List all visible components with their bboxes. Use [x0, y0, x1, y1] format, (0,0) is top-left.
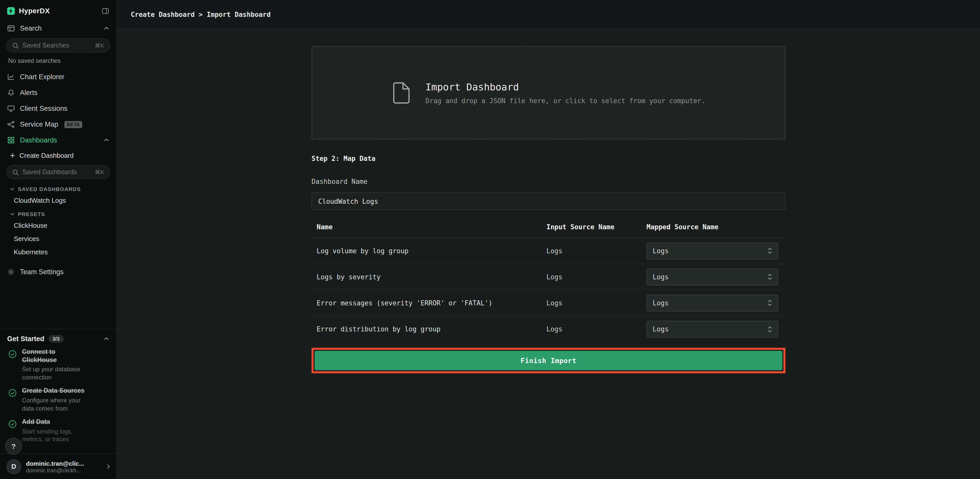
select-caret-icon [768, 326, 772, 333]
check-circle-icon [8, 389, 17, 413]
help-button[interactable]: ? [5, 438, 22, 455]
plus-icon [10, 153, 15, 158]
sidebar-item-client-sessions[interactable]: Client Sessions [0, 100, 116, 116]
mapped-source-cell: Logs [646, 321, 786, 337]
monitor-icon [7, 105, 15, 112]
sidebar-item-chart-explorer[interactable]: Chart Explorer [0, 69, 116, 85]
finish-import-button[interactable]: Finish Import [315, 351, 783, 370]
sidebar-item-label: Service Map [20, 121, 58, 128]
get-started-header[interactable]: Get Started 3/3 [7, 335, 109, 343]
chevron-down-icon [10, 212, 15, 215]
mapped-source-select[interactable]: Logs [646, 242, 778, 259]
chevron-down-icon [10, 188, 15, 191]
dashboard-link-cloudwatch-logs[interactable]: CloudWatch Logs [0, 194, 116, 207]
import-dashboard-content: Import Dashboard Drag and drop a JSON fi… [312, 46, 786, 373]
beta-badge: BETA [64, 121, 83, 128]
step-texts: Add Data Start sending logs, metrics, or… [22, 419, 89, 444]
get-started-panel: Get Started 3/3 Connect to ClickHouse Se… [0, 329, 116, 454]
sidebar-item-label: Chart Explorer [20, 73, 64, 81]
select-caret-icon [768, 273, 772, 280]
collapse-sidebar-icon[interactable] [102, 7, 109, 14]
avatar: D [6, 459, 21, 474]
dashboard-name-label: Dashboard Name [312, 178, 786, 185]
search-section-icon [7, 24, 15, 32]
preset-link-clickhouse[interactable]: ClickHouse [0, 219, 116, 232]
sidebar-section-search[interactable]: Search [0, 21, 116, 36]
input-source-value: Logs [546, 273, 646, 281]
search-icon [12, 169, 19, 175]
dropzone-title: Import Dashboard [425, 81, 705, 92]
sidebar-item-alerts[interactable]: Alerts [0, 85, 116, 100]
gear-icon [7, 268, 15, 276]
chevron-up-icon [104, 337, 109, 341]
step-description: Set up your database connection [22, 366, 89, 382]
sidebar-item-label: Dashboards [20, 136, 57, 144]
screenshot-stage: HyperDX Search Saved Searches ⌘K [0, 0, 980, 479]
get-started-progress-badge: 3/3 [49, 335, 64, 343]
sidebar-nav: Search Saved Searches ⌘K No saved search… [0, 19, 116, 329]
search-section-label: Search [20, 24, 42, 32]
mapped-source-select[interactable]: Logs [646, 321, 778, 337]
hyperdx-logo [7, 7, 15, 14]
annotation-highlight-box: Finish Import [312, 348, 786, 373]
chevron-up-icon [104, 138, 109, 142]
select-caret-icon [768, 299, 772, 306]
mapped-source-select[interactable]: Logs [646, 294, 778, 311]
topbar: Create Dashboard > Import Dashboard [117, 0, 980, 29]
step-title: Add Data [22, 419, 89, 426]
search-icon [12, 42, 19, 49]
selected-option: Logs [653, 273, 669, 281]
chart-name: Logs by severity [312, 273, 546, 281]
table-row: Error distribution by log group Logs Log… [312, 316, 786, 342]
dropzone-texts: Import Dashboard Drag and drop a JSON fi… [425, 81, 705, 104]
mapping-table: Name Input Source Name Mapped Source Nam… [312, 223, 786, 342]
create-dashboard-button[interactable]: Create Dashboard [0, 148, 116, 163]
step-title: Connect to ClickHouse [22, 348, 89, 364]
file-icon [392, 81, 411, 104]
sidebar-item-label: Team Settings [20, 268, 64, 276]
preset-link-kubernetes[interactable]: Kubernetes [0, 246, 116, 259]
mapped-source-cell: Logs [646, 294, 786, 311]
sidebar-item-dashboards[interactable]: Dashboards [0, 132, 116, 148]
get-started-step-add-data[interactable]: Add Data Start sending logs, metrics, or… [8, 419, 108, 444]
table-row: Error messages (severity 'ERROR' or 'FAT… [312, 290, 786, 316]
saved-dashboards-placeholder: Saved Dashboards [22, 169, 91, 176]
saved-dashboards-group-header[interactable]: SAVED DASHBOARDS [0, 182, 116, 194]
saved-dashboards-input[interactable]: Saved Dashboards ⌘K [6, 165, 110, 179]
get-started-title: Get Started [7, 335, 45, 343]
get-started-step-sources[interactable]: Create Data Sources Configure where your… [8, 387, 108, 413]
breadcrumb: Create Dashboard > Import Dashboard [131, 11, 270, 18]
chevron-up-icon [104, 27, 109, 30]
sidebar-item-label: Client Sessions [20, 105, 67, 112]
dashboard-name-input[interactable] [312, 193, 786, 210]
input-source-value: Logs [546, 299, 646, 307]
input-source-value: Logs [546, 247, 646, 255]
service-map-icon [7, 121, 15, 128]
get-started-step-connect[interactable]: Connect to ClickHouse Set up your databa… [8, 348, 108, 382]
sidebar-item-service-map[interactable]: Service Map BETA [0, 116, 116, 132]
table-row: Logs by severity Logs Logs [312, 264, 786, 290]
chevron-right-icon [107, 464, 110, 469]
user-email: dominic.tran@clickh... [26, 467, 84, 473]
saved-searches-input[interactable]: Saved Searches ⌘K [6, 38, 110, 53]
no-saved-searches-note: No saved searches [0, 56, 116, 69]
input-source-value: Logs [546, 325, 646, 333]
json-dropzone[interactable]: Import Dashboard Drag and drop a JSON fi… [312, 46, 786, 139]
preset-link-services[interactable]: Services [0, 232, 116, 246]
column-header-name: Name [312, 223, 546, 231]
chart-icon [7, 73, 15, 81]
chart-name: Error distribution by log group [312, 325, 546, 333]
select-caret-icon [768, 247, 772, 254]
presets-group-header[interactable]: PRESETS [0, 207, 116, 219]
sidebar: HyperDX Search Saved Searches ⌘K [0, 0, 117, 479]
group-header-label: PRESETS [18, 211, 45, 217]
user-menu[interactable]: D dominic.tran@clic... dominic.tran@clic… [0, 454, 116, 479]
mapped-source-select[interactable]: Logs [646, 268, 778, 285]
dropzone-subtitle: Drag and drop a JSON file here, or click… [425, 97, 705, 104]
step-description: Configure where your data comes from [22, 397, 89, 413]
sidebar-item-team-settings[interactable]: Team Settings [0, 264, 116, 280]
column-header-mapped-source: Mapped Source Name [646, 223, 786, 231]
mapped-source-cell: Logs [646, 242, 786, 259]
saved-searches-placeholder: Saved Searches [22, 42, 91, 49]
table-row: Log volume by log group Logs Logs [312, 238, 786, 264]
